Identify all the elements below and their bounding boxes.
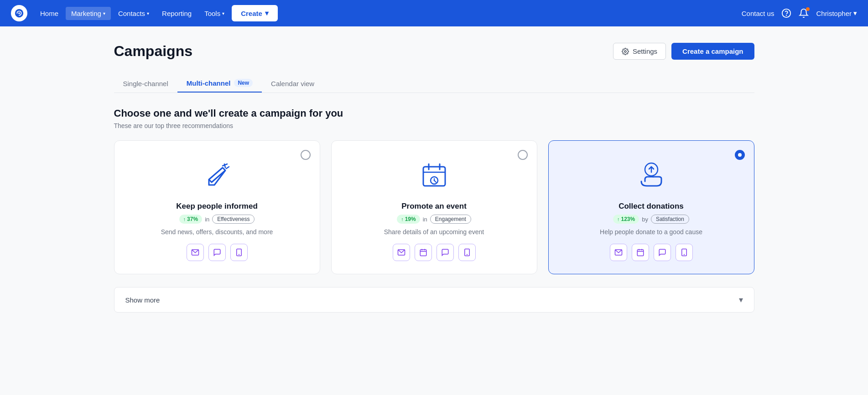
channel-email-icon — [393, 244, 410, 261]
settings-button[interactable]: Settings — [613, 43, 666, 60]
channel-mobile-icon — [230, 244, 248, 261]
metric-pill-inform: ↑ 37% — [179, 215, 203, 224]
section-title: Choose one and we'll create a campaign f… — [114, 108, 754, 119]
nav-links: Home Marketing ▾ Contacts ▾ Reporting To… — [35, 5, 738, 21]
nav-tools[interactable]: Tools ▾ — [199, 7, 230, 20]
channel-chat-icon — [437, 244, 454, 261]
arrow-up-icon: ↑ — [617, 216, 620, 222]
card-collect-donations[interactable]: Collect donations ↑ 123% by Satisfaction… — [548, 140, 754, 274]
marketing-chevron-icon: ▾ — [103, 11, 105, 16]
tab-calendar-view[interactable]: Calendar view — [262, 74, 323, 92]
card-channels-donations — [610, 244, 693, 261]
header-actions: Settings Create a campaign — [613, 43, 754, 60]
svg-point-3 — [786, 15, 787, 15]
channel-email-icon — [187, 244, 204, 261]
chevron-down-icon: ▾ — [739, 295, 743, 305]
create-campaign-button[interactable]: Create a campaign — [671, 43, 754, 60]
card-metrics-donations: ↑ 123% by Satisfaction — [613, 215, 689, 224]
card-metrics-event: ↑ 19% in Engagement — [397, 215, 471, 224]
nav-right: Contact us Christopher ▾ — [742, 8, 857, 18]
svg-rect-29 — [637, 250, 644, 256]
card-promote-event[interactable]: Promote an event ↑ 19% in Engagement Sha… — [331, 140, 537, 274]
nav-marketing[interactable]: Marketing ▾ — [66, 7, 111, 20]
channel-mobile-icon — [676, 244, 693, 261]
nav-reporting[interactable]: Reporting — [156, 7, 197, 20]
notification-dot — [806, 7, 810, 11]
user-menu[interactable]: Christopher ▾ — [816, 9, 857, 17]
card-radio-inform[interactable] — [301, 150, 311, 160]
metric-tag-inform: Effectiveness — [212, 215, 255, 224]
arrow-up-icon: ↑ — [183, 216, 186, 222]
page-title: Campaigns — [114, 43, 192, 60]
metric-pill-donations: ↑ 123% — [613, 215, 639, 224]
svg-line-6 — [226, 167, 229, 169]
show-more-bar[interactable]: Show more ▾ — [114, 287, 754, 313]
gear-icon — [622, 48, 629, 55]
help-icon[interactable] — [781, 8, 791, 18]
tab-single-channel[interactable]: Single-channel — [114, 74, 177, 92]
app-logo[interactable] — [11, 5, 27, 21]
new-badge: New — [234, 79, 253, 87]
page-header: Campaigns Settings Create a campaign — [114, 43, 754, 60]
svg-rect-20 — [420, 250, 426, 256]
main-content: Campaigns Settings Create a campaign Sin… — [92, 26, 776, 329]
card-metrics-inform: ↑ 37% in Effectiveness — [179, 215, 255, 224]
card-desc-event: Share details of an upcoming event — [384, 228, 484, 236]
arrow-up-icon: ↑ — [401, 216, 404, 222]
navbar: Home Marketing ▾ Contacts ▾ Reporting To… — [0, 0, 868, 26]
user-chevron-icon: ▾ — [853, 9, 857, 17]
channel-calendar-icon — [415, 244, 432, 261]
card-desc-donations: Help people donate to a good cause — [600, 228, 702, 236]
nav-home[interactable]: Home — [35, 7, 64, 20]
metric-tag-event: Engagement — [430, 215, 471, 224]
channel-email-icon — [610, 244, 627, 261]
tab-multi-channel[interactable]: Multi-channel New — [177, 74, 262, 92]
metric-tag-donations: Satisfaction — [651, 215, 689, 224]
card-icon-inform — [197, 155, 238, 196]
channel-mobile-icon — [458, 244, 476, 261]
contacts-chevron-icon: ▾ — [147, 11, 149, 16]
card-radio-donations[interactable] — [735, 150, 745, 160]
card-title-event: Promote an event — [401, 202, 467, 211]
nav-create-button[interactable]: Create ▾ — [232, 5, 278, 21]
svg-point-1 — [18, 12, 20, 14]
card-keep-informed[interactable]: Keep people informed ↑ 37% in Effectiven… — [114, 140, 320, 274]
nav-contacts[interactable]: Contacts ▾ — [113, 7, 155, 20]
channel-chat-icon — [654, 244, 671, 261]
tools-chevron-icon: ▾ — [222, 11, 224, 16]
card-icon-donations — [631, 155, 672, 196]
svg-point-18 — [433, 180, 435, 181]
card-desc-inform: Send news, offers, discounts, and more — [161, 228, 273, 236]
channel-calendar-icon — [632, 244, 649, 261]
card-icon-event — [414, 155, 455, 196]
section-subtitle: These are our top three recommendations — [114, 122, 754, 129]
svg-point-4 — [624, 51, 626, 52]
campaign-cards: Keep people informed ↑ 37% in Effectiven… — [114, 140, 754, 274]
metric-pill-event: ↑ 19% — [397, 215, 420, 224]
card-title-donations: Collect donations — [619, 202, 684, 211]
card-title-inform: Keep people informed — [176, 202, 258, 211]
card-channels-event — [393, 244, 476, 261]
card-channels-inform — [187, 244, 248, 261]
tabs: Single-channel Multi-channel New Calenda… — [114, 74, 754, 93]
create-chevron-icon: ▾ — [265, 9, 269, 17]
card-radio-event[interactable] — [518, 150, 528, 160]
channel-chat-icon — [208, 244, 226, 261]
notifications-icon[interactable] — [799, 8, 809, 18]
contact-us-link[interactable]: Contact us — [742, 10, 774, 17]
